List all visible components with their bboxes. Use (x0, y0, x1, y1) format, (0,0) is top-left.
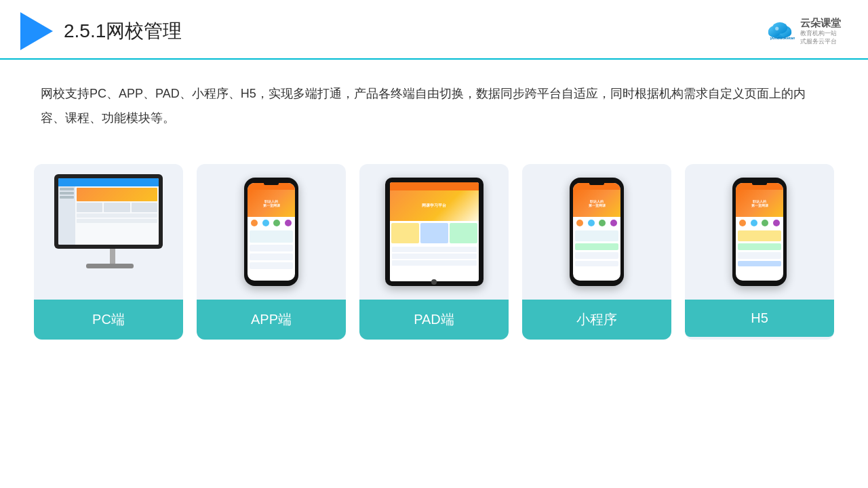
card-pad-label: PAD端 (359, 300, 509, 340)
card-miniprogram: 职达人的第一堂网课 小程序 (522, 164, 671, 340)
card-pc: PC端 (34, 164, 183, 340)
logo-text: 云朵课堂 教育机构一站 式服务云平台 (800, 17, 841, 45)
card-app-label: APP端 (197, 300, 346, 340)
page-title: 2.5.1网校管理 (64, 18, 182, 44)
cloud-logo-icon: yunduoketang (765, 21, 795, 41)
logo-name: 云朵课堂 (800, 17, 841, 30)
svg-text:yunduoketang: yunduoketang (770, 36, 795, 40)
title-main: 网校管理 (106, 20, 182, 41)
card-h5: 职达人的第一堂网课 H5 (685, 164, 834, 340)
logo-sub: 教育机构一站 式服务云平台 (800, 30, 837, 45)
card-miniprogram-label: 小程序 (522, 300, 671, 340)
card-h5-image: 职达人的第一堂网课 (685, 164, 834, 300)
svg-point-3 (772, 22, 787, 34)
card-app-image: 职达人的第一堂网课 (197, 164, 346, 300)
card-miniprogram-image: 职达人的第一堂网课 (522, 164, 671, 300)
svg-point-4 (775, 27, 778, 30)
page-header: 2.5.1网校管理 yunduoketang 云朵课堂 教育机构一站 (0, 0, 868, 60)
title-prefix: 2.5.1 (64, 20, 106, 41)
card-pc-image (34, 164, 183, 300)
header-left: 2.5.1网校管理 (20, 12, 182, 50)
card-h5-label: H5 (685, 300, 834, 337)
cards-container: PC端 职达人的第一堂网课 (0, 150, 868, 353)
card-pad: 网课学习平台 PAD端 (359, 164, 509, 340)
card-pc-label: PC端 (34, 300, 183, 340)
card-pad-image: 网课学习平台 (359, 164, 509, 300)
description-text: 网校支持PC、APP、PAD、小程序、H5，实现多端打通，产品各终端自由切换，数… (0, 60, 868, 144)
card-app: 职达人的第一堂网课 APP端 (197, 164, 346, 340)
play-icon (20, 12, 53, 50)
logo-area: yunduoketang 云朵课堂 教育机构一站 式服务云平台 (765, 17, 841, 45)
